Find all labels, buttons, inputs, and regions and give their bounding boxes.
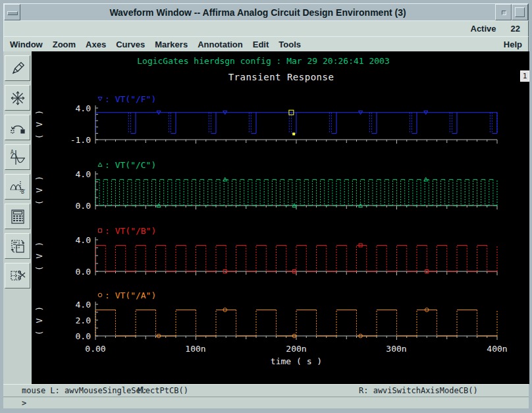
mouse-left-binding: mouse L: awvMouseSingleSelectPtCB() xyxy=(22,386,188,395)
curve-label: : VT("/A") xyxy=(105,290,156,300)
mouse-bindings-bar: mouse L: awvMouseSingleSelectPtCB() M: R… xyxy=(3,384,529,397)
switch-window-button[interactable] xyxy=(5,233,30,259)
calculator-icon xyxy=(9,208,26,225)
xtick-300n: 300n xyxy=(373,344,419,354)
menu-markers[interactable]: Markers xyxy=(155,40,188,49)
xtick-400n: 400n xyxy=(474,344,520,354)
axis-waveform-icon: A xyxy=(9,149,26,166)
menu-zoom[interactable]: Zoom xyxy=(53,40,76,49)
zoom-star-icon xyxy=(9,90,26,107)
curve-marker xyxy=(98,97,102,101)
waveform-trace-edges xyxy=(95,179,497,206)
compare-curves-button[interactable]: B xyxy=(5,174,30,200)
curve-label: : VT("/C") xyxy=(105,160,156,170)
ytick-label: -1.0 xyxy=(70,135,91,145)
curve-marker xyxy=(98,293,102,297)
prompt-character: > xyxy=(22,399,26,408)
minimize-button[interactable] xyxy=(495,4,512,20)
subplot-F[interactable]: 4.0-1.0( V ): VT("/F") xyxy=(32,94,502,146)
toolbar: A B xyxy=(3,51,32,384)
yaxis-unit-label: ( V ) xyxy=(35,109,44,139)
menu-window[interactable]: Window xyxy=(10,40,43,49)
curve-marker xyxy=(98,163,102,167)
xtick-100n: 100n xyxy=(173,344,219,354)
pencil-icon xyxy=(9,60,26,77)
zoom-fit-button[interactable] xyxy=(5,85,30,111)
waveform-trace-edges xyxy=(95,245,497,271)
menu-curves[interactable]: Curves xyxy=(116,40,145,49)
maximize-button[interactable] xyxy=(512,4,528,20)
menu-axes[interactable]: Axes xyxy=(86,40,106,49)
xtick-0: 0.00 xyxy=(72,344,119,354)
axis-mode-button[interactable]: A xyxy=(5,144,30,170)
ytick-label: 0.0 xyxy=(76,267,91,277)
menu-edit[interactable]: Edit xyxy=(253,40,269,49)
window-menu-button[interactable] xyxy=(4,4,20,20)
subplot-B[interactable]: 4.00.0( V ): VT("/B") xyxy=(32,225,502,278)
active-count: 22 xyxy=(511,24,520,34)
ytick-label: 2.0 xyxy=(76,316,91,325)
cut-region-button[interactable] xyxy=(5,263,30,289)
ytick-label: 4.0 xyxy=(76,235,91,245)
waveform-trace xyxy=(95,113,497,134)
xtick-200n: 200n xyxy=(273,344,319,354)
window-title: Waveform Window -- Affirma Analog Circui… xyxy=(20,7,495,18)
title-bar[interactable]: Waveform Window -- Affirma Analog Circui… xyxy=(3,3,529,21)
selected-point-bottom-marker xyxy=(292,132,295,135)
yaxis-unit-label: ( V ) xyxy=(35,175,44,205)
stretch-curve-button[interactable] xyxy=(5,115,30,140)
annotate-pencil-button[interactable] xyxy=(5,55,30,81)
ytick-label: 0.0 xyxy=(76,331,91,341)
menu-annotation[interactable]: Annotation xyxy=(198,40,243,49)
menu-help[interactable]: Help xyxy=(504,40,528,49)
mouse-middle-binding: M: xyxy=(138,386,147,395)
plot-area[interactable]: LogicGates hierdsgn config : Mar 29 20:2… xyxy=(32,51,529,384)
ytick-label: 0.0 xyxy=(76,201,91,211)
waveform-window: { "window": { "title": "Waveform Window … xyxy=(0,0,532,413)
command-prompt-row[interactable]: > xyxy=(3,397,529,408)
yaxis-unit-label: ( V ) xyxy=(35,305,44,335)
menu-tools[interactable]: Tools xyxy=(279,40,301,49)
ytick-label: 4.0 xyxy=(76,300,91,310)
subplot-C[interactable]: 4.00.0( V ): VT("/C") xyxy=(32,159,502,212)
calculator-button[interactable] xyxy=(5,204,30,229)
active-label: Active xyxy=(471,24,496,34)
curves-compare-icon: B xyxy=(9,179,26,196)
svg-text:A: A xyxy=(11,150,14,155)
waveform-trace-edges xyxy=(95,310,497,336)
ytick-label: 4.0 xyxy=(76,169,91,179)
config-banner: LogicGates hierdsgn config : Mar 29 20:2… xyxy=(33,56,494,66)
subplot-A[interactable]: 4.02.00.0( V ): VT("/A") xyxy=(32,290,502,343)
maximize-icon xyxy=(515,7,525,17)
ytick-label: 4.0 xyxy=(76,103,91,113)
arc-handles-icon xyxy=(9,119,26,136)
window-menu-icon xyxy=(7,11,18,15)
active-status-row: Active 22 xyxy=(3,20,529,37)
cut-region-icon xyxy=(9,267,26,285)
plot-title: Transient Response xyxy=(51,72,512,82)
minimize-icon xyxy=(502,11,506,15)
xaxis-title: time ( s ) xyxy=(230,356,362,366)
yaxis-unit-label: ( V ) xyxy=(35,240,44,271)
curve-marker xyxy=(99,229,102,233)
svg-text:B: B xyxy=(21,189,24,195)
page-indicator[interactable]: 1 xyxy=(520,70,529,82)
menu-bar: Window Zoom Axes Curves Markers Annotati… xyxy=(3,36,529,53)
mouse-right-binding: R: awviSwitchAxisModeCB() xyxy=(359,386,478,395)
curve-label: : VT("/B") xyxy=(105,226,156,236)
curve-label: : VT("/F") xyxy=(105,94,156,104)
overlay-windows-icon xyxy=(9,238,26,255)
